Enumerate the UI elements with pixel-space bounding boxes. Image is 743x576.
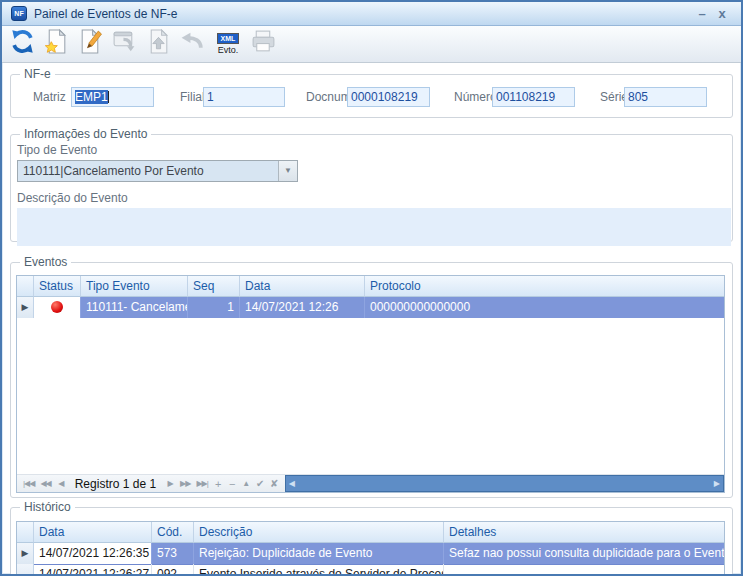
descricao-cell[interactable]: Rejeição: Duplicidade de Evento: [194, 543, 444, 565]
historico-group-label: Histórico: [20, 500, 75, 514]
refresh-button[interactable]: [6, 27, 39, 60]
data-cell[interactable]: 14/07/2021 12:26:27: [34, 564, 152, 576]
window-title: Painel de Eventos de NF-e: [34, 7, 177, 21]
app-window: NF Painel de Eventos de NF-e – x: [0, 0, 743, 576]
tipo-evento-select[interactable]: 110111|Cancelamento Por Evento ▼: [17, 160, 298, 182]
seq-column-header[interactable]: Seq: [188, 276, 240, 297]
nav-first-button[interactable]: |◀◀: [20, 479, 37, 488]
status-cell[interactable]: [34, 297, 81, 319]
eventos-grid: Status Tipo Evento Seq Data Protocolo ▶ …: [16, 275, 725, 493]
eventos-group-label: Eventos: [20, 255, 71, 269]
tipo-evento-column-header[interactable]: Tipo Evento: [81, 276, 188, 297]
record-count-label: Registro 1 de 1: [68, 477, 163, 491]
nav-prior-page-button[interactable]: ◀◀: [37, 479, 53, 488]
eventos-table-row[interactable]: ▶ 110111- Cancelame... 1 14/07/2021 12:2…: [17, 297, 724, 318]
edit-icon: [77, 28, 104, 59]
descricao-cell[interactable]: Evento Inserido através do Servidor de P…: [194, 564, 444, 576]
data-cell[interactable]: 14/07/2021 12:26: [240, 297, 365, 319]
printer-icon: [250, 28, 277, 59]
docnum-label: Docnum: [306, 90, 351, 104]
document-upload-icon: [145, 28, 172, 59]
tipo-evento-cell[interactable]: 110111- Cancelame...: [81, 297, 188, 319]
protocolo-cell[interactable]: 000000000000000: [365, 297, 724, 319]
detalhes-cell[interactable]: Sefaz nao possui consulta duplicidade pa…: [444, 543, 724, 565]
historico-grid: Data Cód. Descrição Detalhes ▶ 14/07/202…: [16, 521, 725, 576]
historico-table-row[interactable]: 14/07/2021 12:26:27 092 Evento Inserido …: [17, 564, 724, 576]
tipo-evento-label: Tipo de Evento: [17, 143, 732, 157]
app-icon: NF: [11, 6, 27, 21]
cod-cell[interactable]: 573: [152, 543, 194, 565]
serie-field[interactable]: 805: [624, 87, 707, 107]
scroll-right-icon[interactable]: ▶: [714, 479, 720, 488]
new-document-icon: [43, 28, 70, 59]
window-arrow-icon: [111, 28, 138, 59]
nav-prior-button[interactable]: ◀: [54, 479, 68, 488]
docnum-field[interactable]: 0000108219: [347, 87, 430, 107]
text-caret: [108, 91, 109, 103]
row-indicator: ▶: [17, 297, 34, 319]
status-red-dot-icon: [51, 301, 63, 313]
new-event-button[interactable]: [40, 27, 73, 60]
filial-field[interactable]: 1: [203, 87, 285, 107]
row-indicator: [17, 564, 34, 576]
nfe-group-label: NF-e: [20, 67, 55, 81]
upload-document-button[interactable]: [142, 27, 175, 60]
historico-group: Histórico Data Cód. Descrição Detalhes ▶…: [10, 507, 733, 576]
xml-caption: Evto.: [218, 45, 239, 55]
eventos-grid-empty-area: [17, 318, 724, 474]
matriz-selected-text: EMP1: [75, 90, 108, 104]
eventos-grid-header: Status Tipo Evento Seq Data Protocolo: [17, 276, 724, 297]
edit-event-button[interactable]: [74, 27, 107, 60]
matriz-field[interactable]: EMP1: [71, 87, 154, 107]
nav-edit-button[interactable]: ▲: [239, 479, 253, 488]
nav-cancel-button[interactable]: ✘: [267, 478, 281, 489]
historico-table-row[interactable]: ▶ 14/07/2021 12:26:35 573 Rejeição: Dupl…: [17, 543, 724, 564]
nav-last-button[interactable]: ▶▶|: [193, 479, 210, 488]
nav-delete-button[interactable]: −: [225, 478, 239, 490]
close-button[interactable]: x: [712, 4, 732, 24]
xml-evento-button[interactable]: XML Evto.: [210, 27, 246, 60]
refresh-icon: [9, 28, 36, 59]
descricao-evento-label: Descrição do Evento: [17, 191, 732, 205]
detalhes-column-header[interactable]: Detalhes: [444, 522, 724, 543]
numero-label: Número: [454, 90, 497, 104]
indicator-column-header[interactable]: [17, 276, 34, 297]
nav-next-page-button[interactable]: ▶▶: [177, 479, 193, 488]
protocolo-column-header[interactable]: Protocolo: [365, 276, 724, 297]
detalhes-cell[interactable]: [444, 564, 724, 576]
indicator-column-header[interactable]: [17, 522, 34, 543]
numero-field[interactable]: 001108219: [492, 87, 575, 107]
xml-badge: XML: [217, 33, 240, 44]
data-column-header[interactable]: Data: [240, 276, 365, 297]
filial-label: Filial: [180, 90, 205, 104]
minimize-button[interactable]: –: [692, 4, 712, 24]
data-cell[interactable]: 14/07/2021 12:26:35: [34, 543, 152, 565]
send-window-button[interactable]: [108, 27, 141, 60]
data-column-header[interactable]: Data: [34, 522, 152, 543]
cod-cell[interactable]: 092: [152, 564, 194, 576]
descricao-evento-textarea[interactable]: [17, 208, 731, 246]
horizontal-scrollbar[interactable]: ◀ ▶: [285, 475, 724, 492]
row-indicator: ▶: [17, 543, 34, 565]
evento-info-group: Informações do Evento Tipo de Evento 110…: [10, 134, 733, 242]
nav-insert-button[interactable]: +: [211, 478, 225, 490]
nav-next-button[interactable]: ▶: [163, 479, 177, 488]
eventos-group: Eventos Status Tipo Evento Seq Data Prot…: [10, 262, 733, 498]
status-column-header[interactable]: Status: [34, 276, 81, 297]
scroll-left-icon[interactable]: ◀: [289, 479, 295, 488]
evento-info-group-label: Informações do Evento: [20, 127, 151, 141]
matriz-label: Matriz: [33, 90, 66, 104]
historico-grid-header: Data Cód. Descrição Detalhes: [17, 522, 724, 543]
chevron-down-icon: ▼: [278, 161, 297, 181]
nav-post-button[interactable]: ✔: [253, 478, 267, 489]
descricao-column-header[interactable]: Descrição: [194, 522, 444, 543]
xml-evento-icon: XML Evto.: [217, 33, 240, 55]
nfe-group: NF-e Matriz EMP1 Filial 1 Docnum 0000108…: [10, 74, 733, 118]
seq-cell[interactable]: 1: [188, 297, 240, 319]
cod-column-header[interactable]: Cód.: [152, 522, 194, 543]
title-bar: NF Painel de Eventos de NF-e – x: [2, 2, 741, 26]
undo-arrow-icon: [179, 28, 206, 59]
undo-button[interactable]: [176, 27, 209, 60]
print-button[interactable]: [247, 27, 280, 60]
tipo-evento-value: 110111|Cancelamento Por Evento: [23, 164, 204, 178]
